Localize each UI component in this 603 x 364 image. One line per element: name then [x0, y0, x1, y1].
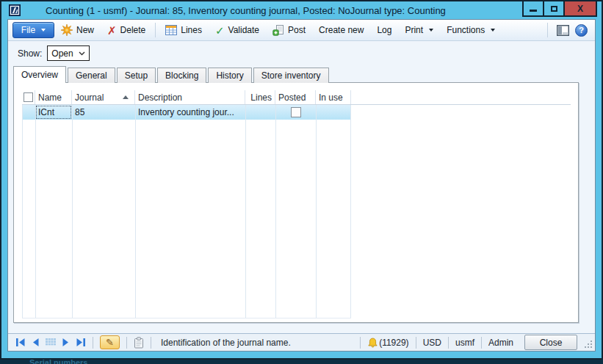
first-record-button[interactable]: [15, 338, 26, 347]
lines-button[interactable]: Lines: [159, 21, 209, 39]
previous-record-button[interactable]: [31, 338, 40, 347]
maximize-icon: [551, 6, 557, 12]
show-filter-select[interactable]: Open: [47, 46, 90, 61]
chevron-down-icon: [429, 29, 433, 32]
tab-strip: Overview General Setup Blocking History …: [13, 66, 579, 83]
tab-blocking[interactable]: Blocking: [157, 68, 206, 83]
print-button-label: Print: [405, 25, 423, 35]
previous-record-icon: [31, 338, 40, 347]
show-filter-value: Open: [51, 48, 73, 59]
post-button[interactable]: Post: [266, 21, 312, 39]
tab-overview[interactable]: Overview: [13, 66, 66, 83]
status-company: usmf: [455, 338, 474, 348]
sort-ascending-icon: [123, 95, 129, 99]
resize-grip[interactable]: [585, 341, 593, 349]
show-filter-row: Show: Open: [18, 46, 579, 61]
posted-checkbox[interactable]: [291, 107, 301, 117]
tab-general[interactable]: General: [68, 68, 115, 83]
app-icon: [9, 4, 21, 16]
tab-history[interactable]: History: [208, 68, 251, 83]
layout-pane-icon: [557, 25, 569, 36]
column-label: Posted: [278, 92, 306, 103]
notifications-button[interactable]: (11929): [367, 338, 408, 348]
content-area: Show: Open Overview General Setup Blocki…: [8, 41, 595, 333]
column-header-lines[interactable]: Lines: [245, 90, 275, 104]
delete-button-label: Delete: [120, 25, 146, 35]
grid-view-icon: [46, 338, 56, 347]
cell-lines[interactable]: [245, 105, 275, 120]
minimize-button[interactable]: [522, 0, 544, 17]
first-record-icon: [15, 338, 26, 347]
tab-label: Overview: [21, 70, 58, 80]
column-label: Description: [138, 92, 182, 103]
toggle-fact-pane-button[interactable]: [557, 25, 569, 36]
window-body: File New ✗ Delete: [7, 19, 596, 352]
last-record-button[interactable]: [76, 338, 86, 347]
column-header-description[interactable]: Description: [135, 90, 245, 104]
grid-column-line: [135, 105, 136, 318]
column-label: Name: [38, 92, 62, 103]
functions-button-label: Functions: [447, 25, 485, 35]
new-button[interactable]: New: [54, 21, 101, 39]
question-mark-icon: ?: [579, 26, 584, 34]
show-filter-label: Show:: [18, 48, 42, 59]
delete-x-icon: ✗: [107, 25, 117, 36]
select-all-checkbox[interactable]: [24, 92, 33, 102]
titlebar[interactable]: Counting (1 - usmf) - Journal: 85, Inven…: [7, 1, 596, 19]
grid-column-line: [316, 105, 317, 318]
create-new-button[interactable]: Create new: [312, 21, 370, 39]
close-button[interactable]: Close: [524, 335, 577, 350]
tab-label: Setup: [125, 70, 148, 81]
grid-column-line: [245, 105, 246, 318]
grid-header: Name Journal Description Lines: [22, 90, 571, 105]
print-menu-button[interactable]: Print: [398, 21, 440, 39]
row-marker-cell[interactable]: [22, 105, 35, 120]
validate-button-label: Validate: [228, 25, 259, 35]
status-separator: [93, 337, 93, 349]
last-record-icon: [76, 338, 86, 347]
column-header-journal[interactable]: Journal: [72, 90, 135, 104]
window-title: Counting (1 - usmf) - Journal: 85, Inven…: [46, 5, 446, 16]
grid-view-button[interactable]: [46, 338, 56, 347]
cell-description[interactable]: Inventory counting jour...: [135, 105, 245, 120]
lines-button-label: Lines: [181, 25, 202, 35]
cell-posted[interactable]: [275, 105, 316, 120]
help-button[interactable]: ?: [575, 24, 588, 37]
post-button-label: Post: [288, 25, 306, 35]
tab-setup[interactable]: Setup: [117, 68, 156, 83]
tab-store-inventory[interactable]: Store inventory: [253, 68, 329, 83]
column-header-posted[interactable]: Posted: [275, 90, 316, 104]
validate-button[interactable]: ✓ Validate: [209, 21, 266, 39]
cell-name[interactable]: ICnt: [35, 105, 72, 120]
app-window: Counting (1 - usmf) - Journal: 85, Inven…: [0, 0, 603, 360]
tab-label: Blocking: [165, 70, 198, 81]
edit-record-button[interactable]: ✎: [100, 335, 120, 349]
cell-journal[interactable]: 85: [72, 105, 135, 120]
status-user: Admin: [488, 338, 513, 348]
column-header-name[interactable]: Name: [35, 90, 72, 104]
next-record-icon: [61, 338, 71, 347]
maximize-button[interactable]: [543, 0, 565, 17]
status-separator: [151, 337, 151, 349]
status-separator: [360, 337, 361, 349]
delete-button[interactable]: ✗ Delete: [101, 21, 152, 39]
file-menu-button[interactable]: File: [12, 22, 54, 38]
chevron-down-icon: [79, 51, 85, 56]
close-icon: X: [577, 4, 583, 14]
cell-in-use[interactable]: [316, 105, 351, 120]
log-button[interactable]: Log: [370, 21, 398, 39]
next-record-button[interactable]: [61, 338, 71, 347]
post-document-icon: [272, 24, 284, 36]
close-window-button[interactable]: X: [563, 0, 597, 17]
cell-value: Inventory counting jour...: [138, 107, 234, 117]
select-all-cell: [22, 90, 35, 104]
tab-label: General: [76, 70, 107, 81]
new-star-icon: [61, 24, 73, 36]
document-handling-button[interactable]: [134, 337, 144, 349]
grid-column-line: [275, 105, 276, 318]
column-header-in-use[interactable]: In use: [316, 90, 351, 104]
tab-label: Store inventory: [261, 70, 321, 81]
status-separator: [416, 337, 416, 349]
status-separator: [481, 337, 482, 349]
functions-menu-button[interactable]: Functions: [440, 21, 502, 39]
